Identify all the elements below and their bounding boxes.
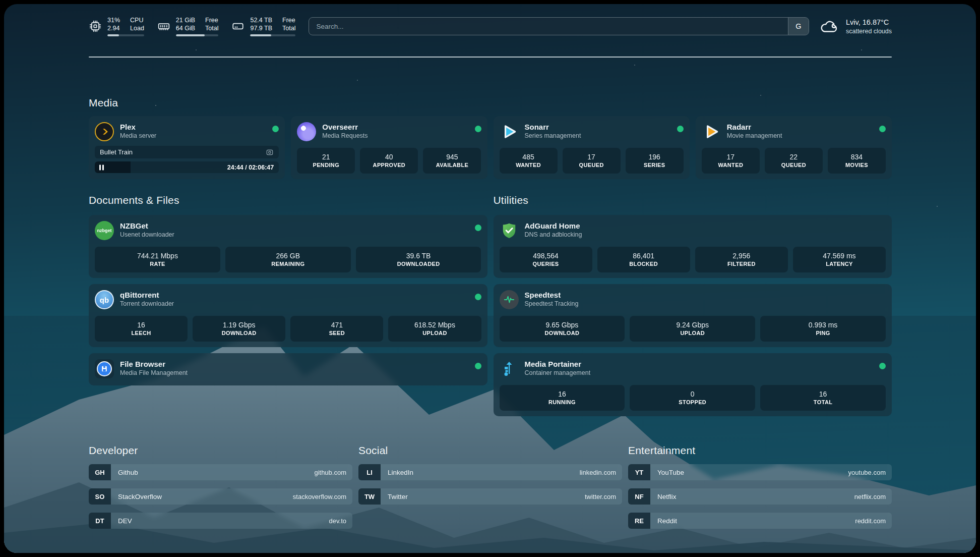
netflix-badge-icon: NF [628,488,650,505]
cpu-stat: 31% 2.94 CPU Load [89,16,144,36]
app-name: qBittorrent [120,290,174,300]
system-stats: 31% 2.94 CPU Load [89,16,295,36]
app-card-portainer[interactable]: Media Portainer Container management 16R… [494,353,892,416]
topbar: 31% 2.94 CPU Load [89,12,892,40]
stat-pending: 21PENDING [297,148,355,174]
status-online-dot [475,225,481,231]
app-subtitle: Media Requests [322,132,368,140]
memory-progress-bar [176,34,219,36]
memory-stat: 21 GiB 64 GiB Free Total [157,16,219,36]
adguard-logo-icon [500,221,519,240]
link-url: dev.to [329,517,346,525]
twitter-badge-icon: TW [358,488,381,505]
app-name: Sonarr [525,122,581,132]
link-linkedin[interactable]: LI LinkedIn linkedin.com [358,464,622,480]
github-badge-icon: GH [89,464,111,480]
app-subtitle: Usenet downloader [120,231,174,239]
app-subtitle: DNS and adblocking [525,231,582,239]
disk-icon [231,20,244,33]
status-online-dot [879,363,886,369]
reddit-badge-icon: RE [628,513,650,529]
nzbget-logo-icon: nzbget [95,221,114,240]
app-card-filebrowser[interactable]: File Browser Media File Management [89,353,487,385]
app-name: Overseerr [322,122,368,132]
app-card-plex[interactable]: Plex Media server Bullet Train 24:44 / 0… [89,116,285,179]
media-grid: Plex Media server Bullet Train 24:44 / 0… [89,116,892,179]
link-dev[interactable]: DT DEV dev.to [89,513,352,529]
app-card-qbittorrent[interactable]: qb qBittorrent Torrent downloader 16LEEC… [89,284,487,347]
app-subtitle: Torrent downloader [120,300,174,308]
status-online-dot [475,126,481,132]
memory-total-label: Total [205,24,218,32]
link-netflix[interactable]: NF Netflix netflix.com [628,488,892,505]
link-stackoverflow[interactable]: SO StackOverflow stackoverflow.com [89,488,352,505]
dev-badge-icon: DT [89,513,111,529]
now-playing-progress-bar: 24:44 / 02:06:47 [95,161,279,173]
app-name: Radarr [727,122,782,132]
cloud-icon [819,18,839,35]
weather-widget: Lviv, 16.87°C scattered clouds [819,18,892,35]
stat-queries: 498,564QUERIES [500,247,592,272]
stat-upload: 9.24 GbpsUPLOAD [630,316,755,342]
speedtest-logo-icon [500,290,519,309]
session-screen-icon[interactable] [266,148,274,156]
dashboard-frame: 31% 2.94 CPU Load [4,4,976,553]
app-card-overseerr[interactable]: Overseerr Media Requests 21PENDING 40APP… [291,116,487,179]
stat-blocked: 86,401BLOCKED [597,247,690,272]
link-url: reddit.com [855,517,886,525]
link-label: LinkedIn [388,469,413,476]
stat-stopped: 0STOPPED [630,385,755,411]
link-url: netflix.com [854,493,886,500]
disk-total-label: Total [282,24,295,32]
app-name: Speedtest [525,290,579,300]
cpu-progress-bar [107,34,144,36]
stat-total: 16TOTAL [760,385,886,411]
stat-remaining: 266 GBREMAINING [225,247,351,272]
app-card-speedtest[interactable]: Speedtest Speedtest Tracking 9.65 GbpsDO… [494,284,892,347]
link-label: DEV [118,517,132,525]
link-label: Reddit [657,517,677,525]
stat-queued: 17QUEUED [563,148,621,174]
now-playing-title-row: Bullet Train [95,146,279,158]
stackoverflow-badge-icon: SO [89,488,111,505]
app-card-adguard[interactable]: AdGuard Home DNS and adblocking 498,564Q… [494,215,892,278]
link-label: Twitter [388,493,408,500]
plex-logo-icon [95,122,114,141]
link-url: stackoverflow.com [293,493,346,500]
search-input[interactable] [309,18,788,35]
status-online-dot [475,294,481,300]
link-reddit[interactable]: RE Reddit reddit.com [628,513,892,529]
app-name: AdGuard Home [525,221,582,231]
load-label: Load [130,24,144,32]
stat-download: 1.19 GbpsDOWNLOAD [193,316,285,342]
disk-progress-bar [250,34,295,36]
app-name: File Browser [120,359,188,369]
stat-seed: 471SEED [290,316,383,342]
link-twitter[interactable]: TW Twitter twitter.com [358,488,622,505]
stat-leech: 16LEECH [95,316,188,342]
entertainment-links-column: Entertainment YT YouTube youtube.com NF … [628,416,892,537]
overseerr-logo-icon [297,122,316,141]
app-card-radarr[interactable]: Radarr Movie management 17WANTED 22QUEUE… [696,116,892,179]
app-subtitle: Speedtest Tracking [525,300,579,308]
media-section-title: Media [89,97,892,109]
stat-upload: 618.52 MbpsUPLOAD [388,316,481,342]
app-card-sonarr[interactable]: Sonarr Series management 485WANTED 17QUE… [494,116,690,179]
link-github[interactable]: GH Github github.com [89,464,352,480]
link-label: StackOverflow [118,493,162,500]
link-youtube[interactable]: YT YouTube youtube.com [628,464,892,480]
link-label: Netflix [657,493,677,500]
disk-total-value: 97.9 TB [250,24,272,32]
documents-section-title: Documents & Files [89,194,487,206]
now-playing-time: 24:44 / 02:06:47 [227,164,274,171]
app-subtitle: Movie management [727,132,782,140]
app-subtitle: Container management [525,369,591,377]
status-online-dot [879,126,886,132]
weather-condition: scattered clouds [846,27,892,35]
stat-movies: 834MOVIES [828,148,886,174]
link-url: github.com [314,469,346,476]
search-engine-button[interactable]: G [788,18,809,35]
app-card-nzbget[interactable]: nzbget NZBGet Usenet downloader 744.21 M… [89,215,487,278]
weather-location-temp: Lviv, 16.87°C [846,18,892,27]
app-subtitle: Media File Management [120,369,188,377]
